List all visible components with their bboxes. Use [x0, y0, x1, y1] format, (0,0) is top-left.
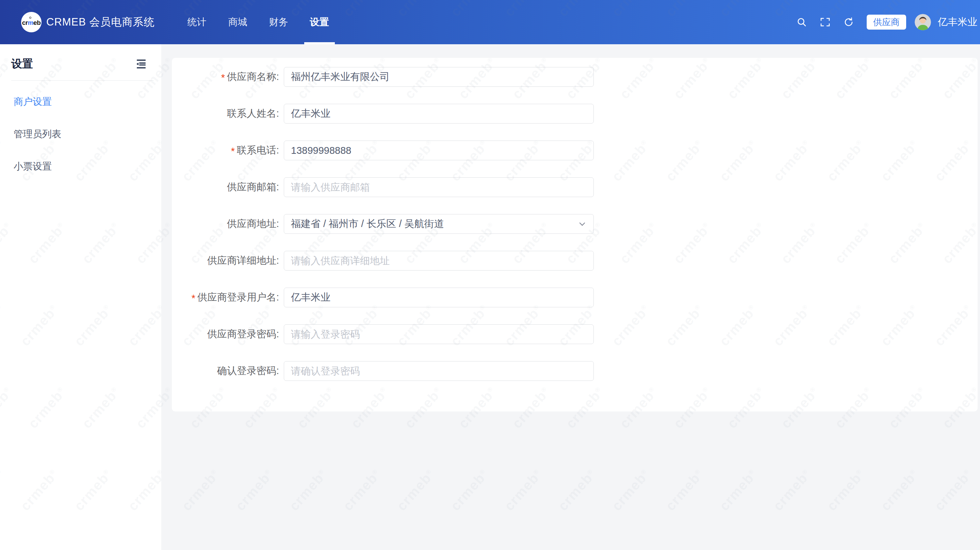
supplier-name-input[interactable]: [284, 67, 594, 87]
main-content: *供应商名称: 联系人姓名: *联系电话: 供应商邮箱: 供应商地址: 福建省 …: [161, 44, 980, 550]
form-row-contact-name: 联系人姓名:: [172, 104, 978, 124]
logo-ring-icon: [29, 17, 31, 19]
search-icon[interactable]: [796, 17, 807, 27]
form-row-confirm-password: 确认登录密码:: [172, 361, 978, 381]
sidebar-item-admin-list[interactable]: 管理员列表: [0, 124, 161, 143]
app-root: crmeb CRMEB 会员电商系统 统计 商城 财务 设置: [0, 0, 980, 550]
form-row-contact-phone: *联系电话:: [172, 140, 978, 160]
form-row-supplier-email: 供应商邮箱:: [172, 177, 978, 197]
contact-phone-input[interactable]: [284, 140, 594, 160]
active-tab-underline: [304, 42, 335, 44]
logo-text: crmeb: [22, 19, 41, 27]
sidebar-menu: 商户设置 管理员列表 小票设置: [0, 81, 161, 176]
form-row-login-password: 供应商登录密码:: [172, 324, 978, 344]
form-row-supplier-address: 供应商地址: 福建省 / 福州市 / 长乐区 / 吴航街道: [172, 214, 978, 234]
header-right: 供应商 亿丰米业: [796, 0, 980, 44]
supplier-address-select[interactable]: 福建省 / 福州市 / 长乐区 / 吴航街道: [284, 214, 594, 234]
app-header: crmeb CRMEB 会员电商系统 统计 商城 财务 设置: [0, 0, 980, 44]
contact-name-input[interactable]: [284, 104, 594, 124]
top-nav: 统计 商城 财务 设置: [177, 0, 340, 44]
supplier-login-password-input[interactable]: [284, 324, 594, 344]
form-row-supplier-name: *供应商名称:: [172, 67, 978, 87]
sidebar-item-receipt-settings[interactable]: 小票设置: [0, 157, 161, 176]
supplier-address-detail-input[interactable]: [284, 251, 594, 271]
nav-tab-mall[interactable]: 商城: [223, 0, 253, 44]
role-badge: 供应商: [867, 14, 906, 30]
nav-tab-finance[interactable]: 财务: [263, 0, 294, 44]
required-mark: *: [221, 72, 225, 83]
menu-fold-icon[interactable]: [136, 59, 146, 69]
supplier-login-username-input[interactable]: [284, 288, 594, 307]
required-mark: *: [192, 293, 195, 304]
confirm-login-password-input[interactable]: [284, 361, 594, 381]
crmeb-logo: crmeb: [21, 12, 41, 32]
sidebar-title: 设置: [11, 56, 33, 72]
form-row-supplier-address-detail: 供应商详细地址:: [172, 251, 978, 271]
sidebar-item-merchant-settings[interactable]: 商户设置: [0, 92, 161, 111]
header-username[interactable]: 亿丰米业: [938, 15, 977, 29]
nav-tab-settings[interactable]: 设置: [304, 0, 335, 44]
required-mark: *: [231, 146, 235, 156]
sidebar: 设置 商户设置 管理员列表 小票设置: [0, 44, 161, 550]
app-title: CRMEB 会员电商系统: [46, 15, 155, 29]
form-row-login-username: *供应商登录用户名:: [172, 288, 978, 307]
avatar[interactable]: [915, 14, 931, 30]
merchant-settings-form-card: *供应商名称: 联系人姓名: *联系电话: 供应商邮箱: 供应商地址: 福建省 …: [172, 58, 978, 411]
chevron-down-icon: [578, 220, 587, 228]
supplier-email-input[interactable]: [284, 177, 594, 197]
fullscreen-icon[interactable]: [820, 17, 830, 27]
refresh-icon[interactable]: [843, 17, 854, 27]
nav-tab-statistics[interactable]: 统计: [182, 0, 212, 44]
